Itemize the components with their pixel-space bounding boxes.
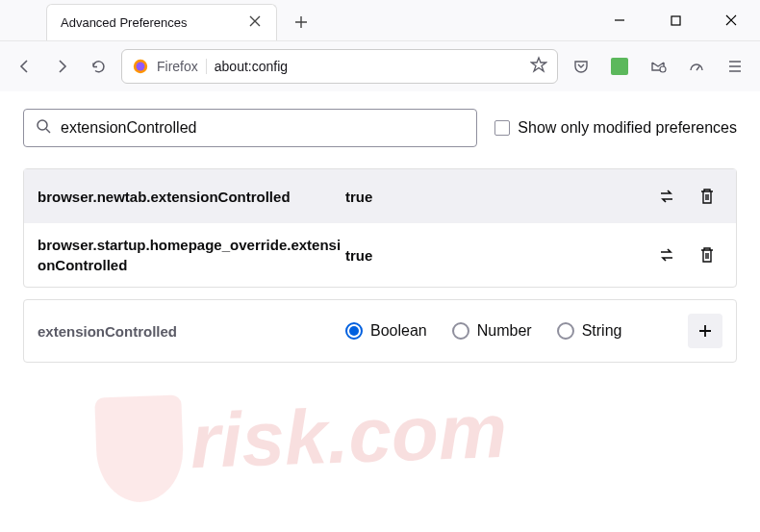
svg-point-3 [660,66,666,72]
content-area: Show only modified preferences browser.n… [0,91,760,380]
minimize-button[interactable] [600,6,639,35]
watermark: risk.com [94,378,674,504]
new-pref-row: extensionControlled Boolean Number Strin… [23,299,737,363]
add-pref-button[interactable] [688,314,722,348]
pref-row: browser.startup.homepage_override.extens… [24,223,736,287]
new-pref-name: extensionControlled [38,323,345,340]
svg-rect-0 [671,16,680,25]
radio-string[interactable]: String [557,322,622,340]
nav-bar: Firefox about:config [0,41,760,91]
close-window-button[interactable] [712,6,750,35]
close-tab-icon[interactable] [247,13,263,32]
url-bar[interactable]: Firefox about:config [121,49,558,84]
preferences-table: browser.newtab.extensionControlled true … [23,168,737,288]
show-modified-label: Show only modified preferences [518,119,737,137]
extension-icon[interactable] [606,53,633,80]
pref-value: true [345,189,651,205]
performance-icon[interactable] [683,53,710,80]
tab-active[interactable]: Advanced Preferences [46,4,277,40]
pref-row: browser.newtab.extensionControlled true [24,169,736,223]
pocket-icon[interactable] [568,53,595,80]
firefox-logo-icon [132,58,149,75]
radio-number[interactable]: Number [452,322,532,340]
show-modified-checkbox[interactable]: Show only modified preferences [494,119,737,137]
pref-value: true [345,247,651,264]
radio-icon [345,322,363,340]
search-input[interactable] [61,119,465,137]
svg-point-2 [137,63,145,71]
delete-icon[interactable] [692,181,722,212]
search-icon [36,118,51,138]
title-bar: Advanced Preferences [0,0,760,41]
forward-button[interactable] [48,53,75,80]
tab-title: Advanced Preferences [61,15,247,30]
radio-icon [557,322,574,340]
pref-name: browser.startup.homepage_override.extens… [38,235,345,275]
radio-icon [452,322,469,340]
search-row: Show only modified preferences [23,109,737,147]
maximize-button[interactable] [656,6,695,35]
url-path: about:config [215,59,522,74]
type-radio-group: Boolean Number String [345,322,688,340]
back-button[interactable] [12,53,38,80]
radio-boolean[interactable]: Boolean [345,322,427,340]
account-icon[interactable] [645,53,671,80]
toolbar-icons [568,53,748,80]
pref-name: browser.newtab.extensionControlled [38,187,345,207]
pref-actions [651,181,722,212]
bookmark-star-icon[interactable] [530,56,547,77]
pref-actions [651,240,722,270]
search-box[interactable] [23,109,477,147]
delete-icon[interactable] [692,240,722,270]
new-tab-button[interactable] [287,8,316,37]
checkbox-icon[interactable] [494,120,510,136]
toggle-icon[interactable] [651,181,682,212]
svg-point-4 [38,120,47,130]
window-controls [600,0,750,40]
reload-button[interactable] [85,53,112,80]
url-origin: Firefox [157,59,207,74]
toggle-icon[interactable] [651,240,682,270]
menu-icon[interactable] [722,53,748,80]
